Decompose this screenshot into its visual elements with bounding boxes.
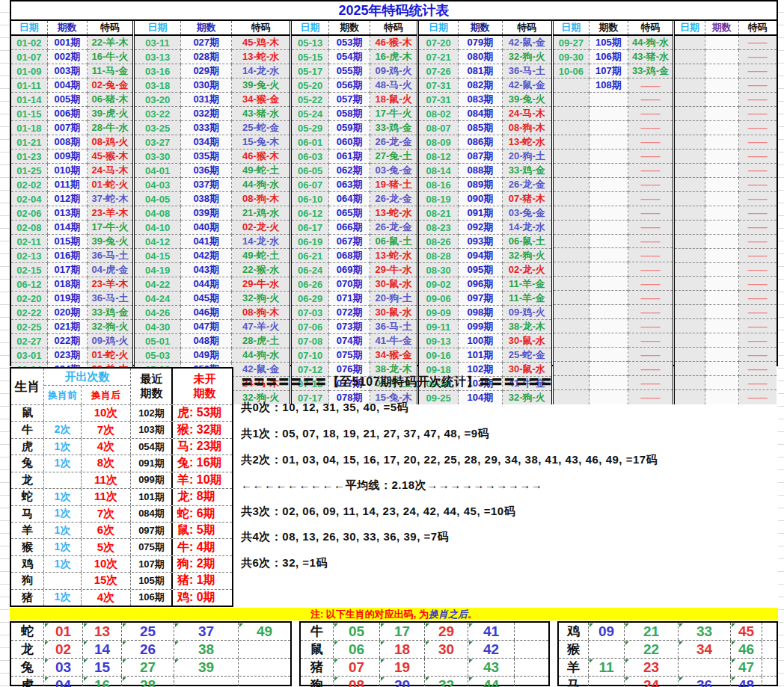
zodiac-number-cell: 49 bbox=[239, 623, 290, 640]
stats-row: 蛇1次11次101期龙: 8期 bbox=[11, 488, 232, 505]
date-cell: 05-03 bbox=[135, 348, 181, 363]
zodiac-empty-cell bbox=[515, 659, 548, 676]
code-cell: —— bbox=[739, 192, 777, 206]
stats-zodiac-cell: 兔 bbox=[11, 455, 44, 471]
stats-zodiac-cell: 鸡 bbox=[11, 556, 44, 572]
code-cell: 46-猴-木 bbox=[370, 36, 417, 50]
period-cell: 030期 bbox=[181, 78, 232, 93]
zodiac-number-cell: 02 bbox=[44, 641, 83, 658]
stats-not-open-cell: 鼠: 5期 bbox=[171, 523, 232, 538]
period-cell: 067期 bbox=[329, 235, 370, 249]
table-row: —— bbox=[554, 221, 673, 235]
period-cell: 075期 bbox=[329, 348, 370, 363]
zodiac-number-cell: 17 bbox=[380, 623, 425, 640]
zodiac-number-cell: 45 bbox=[731, 623, 762, 640]
period-cell bbox=[705, 291, 739, 305]
code-cell: 38-龙-木 bbox=[503, 320, 551, 334]
date-cell: 05-29 bbox=[292, 121, 329, 135]
code-cell: 03-兔-金 bbox=[503, 206, 551, 221]
table-row: 05-20056期48-马-火 bbox=[292, 78, 417, 93]
date-cell bbox=[554, 121, 589, 135]
zodiac-number-cell: 25 bbox=[122, 623, 174, 640]
period-cell: 049期 bbox=[181, 348, 232, 363]
stats-header-not-open: 未开 期数 bbox=[171, 369, 232, 404]
date-cell bbox=[675, 121, 705, 135]
table-group-2: 日期期数特码03-11027期45-鸡-木03-13028期13-蛇-水03-1… bbox=[132, 21, 290, 404]
stats-not-open-cell: 牛: 4期 bbox=[171, 539, 232, 555]
table-row: 07-31082期42-鼠-金 bbox=[419, 78, 551, 93]
zodiac-empty-cell bbox=[239, 659, 290, 676]
stats-header-times-group: 开出次数 换肖前 换肖后 bbox=[44, 369, 131, 404]
date-cell bbox=[675, 93, 705, 107]
date-cell: 04-22 bbox=[135, 277, 181, 292]
date-cell bbox=[554, 164, 589, 178]
code-cell: —— bbox=[628, 319, 673, 333]
note-strip: 注: 以下生肖的对应出码, 为换肖之后。 bbox=[10, 608, 778, 620]
code-cell: —— bbox=[628, 192, 673, 206]
code-cell: 44-狗-水 bbox=[628, 36, 673, 50]
table-row: 08-23092期14-龙-水 bbox=[419, 221, 551, 235]
date-cell bbox=[554, 248, 589, 262]
date-cell: 08-28 bbox=[419, 249, 459, 263]
date-cell bbox=[675, 221, 705, 235]
code-cell: —— bbox=[739, 93, 777, 107]
table-row: 07-10075期34-猴-金 bbox=[292, 348, 417, 363]
period-cell: 096期 bbox=[459, 277, 502, 292]
period-header: 期数 bbox=[329, 21, 370, 34]
zodiac-grid-row: 龙02142638 bbox=[11, 640, 290, 658]
table-row: 05-13053期46-猴-木 bbox=[292, 36, 417, 50]
stats-recent-cell: 101期 bbox=[131, 489, 173, 505]
code-cell: 34-猴-金 bbox=[370, 348, 417, 363]
table-row: 07-20079期42-鼠-金 bbox=[419, 36, 551, 50]
table-row: 06-03061期27-兔-土 bbox=[292, 150, 417, 164]
zodiac-empty-cell bbox=[239, 677, 290, 687]
zodiac-empty-cell bbox=[589, 641, 625, 658]
code-cell: 45-鸡-木 bbox=[232, 36, 290, 50]
zodiac-number-cell: 20 bbox=[380, 677, 425, 687]
period-cell: 083期 bbox=[459, 93, 502, 107]
date-cell bbox=[675, 164, 705, 178]
zodiac-number-cell: 27 bbox=[122, 659, 174, 676]
code-cell: 36-马-土 bbox=[88, 292, 132, 306]
table-group-3: 日期期数特码05-13053期46-猴-木05-15054期16-虎-木05-1… bbox=[290, 21, 417, 404]
table-row: 04-12041期14-龙-水 bbox=[135, 235, 290, 249]
code-cell: 11-马-金 bbox=[88, 64, 132, 78]
date-cell: 01-18 bbox=[11, 121, 48, 135]
table-row: —— bbox=[554, 178, 673, 192]
date-cell: 01-23 bbox=[11, 150, 48, 164]
spreadsheet-right-margin bbox=[778, 0, 784, 687]
zodiac-label: 牛 bbox=[301, 623, 334, 640]
date-cell: 06-26 bbox=[292, 277, 329, 292]
zodiac-number-cell: 11 bbox=[589, 659, 625, 676]
zodiac-number-cell: 34 bbox=[679, 641, 731, 658]
period-cell: 105期 bbox=[589, 36, 628, 50]
period-cell: 047期 bbox=[181, 320, 232, 334]
table-row: 05-03049期44-狗-水 bbox=[135, 348, 290, 363]
stats-recent-cell: 107期 bbox=[131, 556, 173, 572]
table-row: 08-26093期06-鼠-土 bbox=[419, 235, 551, 249]
date-cell bbox=[675, 192, 705, 206]
date-cell bbox=[675, 64, 705, 78]
code-cell: 17-牛-火 bbox=[88, 221, 132, 235]
date-cell bbox=[554, 135, 589, 150]
period-cell: 107期 bbox=[589, 64, 628, 78]
code-cell: —— bbox=[739, 319, 777, 333]
date-cell: 05-24 bbox=[292, 107, 329, 121]
zodiac-number-cell: 24 bbox=[625, 677, 679, 687]
table-row: 03-30035期46-猴-木 bbox=[135, 150, 290, 164]
period-cell bbox=[589, 150, 628, 164]
code-cell: 39-兔-火 bbox=[503, 93, 551, 107]
period-cell: 043期 bbox=[181, 263, 232, 277]
table-row: 08-30095期02-龙-火 bbox=[419, 263, 551, 277]
code-cell: —— bbox=[739, 235, 777, 249]
table-row: 01-07002期16-牛-火 bbox=[11, 50, 132, 64]
zodiac-number-cell: 23 bbox=[625, 659, 679, 676]
date-cell bbox=[554, 150, 589, 164]
code-header: 特码 bbox=[628, 21, 673, 34]
table-row: 08-28094期32-狗-火 bbox=[419, 249, 551, 263]
table-row: 04-08039期21-鸡-水 bbox=[135, 206, 290, 221]
table-row: 02-25021期32-狗-火 bbox=[11, 320, 132, 334]
code-header: 特码 bbox=[232, 21, 290, 34]
code-cell: 39-兔-火 bbox=[232, 78, 290, 93]
table-row: —— bbox=[554, 305, 673, 319]
